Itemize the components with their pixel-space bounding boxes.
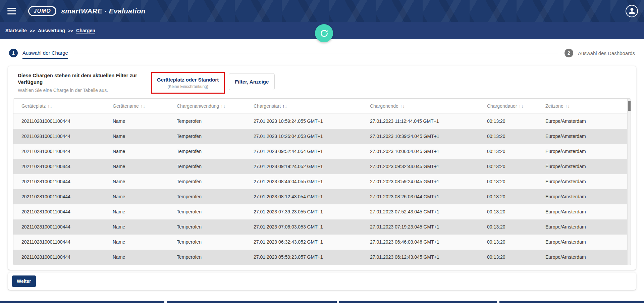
table-cell: Europe/Amsterdam bbox=[537, 118, 631, 124]
sort-desc-icon[interactable]: ↓ bbox=[402, 104, 405, 109]
column-header-chargenende[interactable]: Chargenende↑↓ bbox=[362, 103, 479, 109]
table-cell: 2021102810001100444 bbox=[13, 149, 105, 154]
column-label: Chargenstart bbox=[254, 103, 281, 109]
table-row[interactable]: 2021102810001100444NameTemperofen27.01.2… bbox=[13, 235, 631, 250]
table-cell: 2021102810001100444 bbox=[13, 194, 105, 199]
table-scrollbar[interactable] bbox=[627, 99, 631, 265]
column-header-chargendauer[interactable]: Chargendauer↑↓ bbox=[479, 103, 537, 109]
table-cell: Name bbox=[105, 194, 169, 199]
table-cell: Europe/Amsterdam bbox=[537, 239, 631, 245]
column-header-chargenanwendung[interactable]: Chargenanwendung↑↓ bbox=[169, 103, 246, 109]
column-label: Chargenende bbox=[370, 103, 398, 109]
weiter-button[interactable]: Weiter bbox=[12, 275, 36, 287]
table-cell: Europe/Amsterdam bbox=[537, 254, 631, 260]
breadcrumb-startseite[interactable]: Startseite bbox=[5, 28, 27, 33]
refresh-button[interactable] bbox=[315, 24, 333, 42]
table-cell: Name bbox=[105, 179, 169, 184]
sort-desc-icon[interactable]: ↓ bbox=[50, 104, 53, 109]
bottom-edge-bar bbox=[0, 301, 644, 303]
bottom-bar-segment bbox=[499, 301, 644, 303]
step-1-number: 1 bbox=[9, 49, 18, 57]
table-cell: Temperofen bbox=[169, 239, 246, 245]
table-cell: Europe/Amsterdam bbox=[537, 194, 631, 199]
table-cell: Name bbox=[105, 118, 169, 124]
intro-title: Diese Chargen stehen mit dem aktuellen F… bbox=[18, 72, 147, 86]
stepper-connector bbox=[74, 53, 558, 53]
table-cell: Temperofen bbox=[169, 254, 246, 260]
step-2-auswahl-des-dashboards[interactable]: 2 Auswahl des Dashboards bbox=[565, 49, 635, 57]
column-header-zeitzone[interactable]: Zeitzone↑↓ bbox=[537, 103, 627, 109]
table-cell: 27.01.2023 10:39:24.045 GMT+1 bbox=[362, 134, 479, 139]
table-cell: 27.01.2023 08:26:03.044 GMT+1 bbox=[362, 194, 479, 199]
table-cell: 27.01.2023 07:52:43.045 GMT+1 bbox=[362, 209, 479, 214]
geraeteplatz-button-sublabel: (Keine Einschränkung) bbox=[157, 84, 219, 90]
table-row[interactable]: 2021102810001100444NameTemperofen27.01.2… bbox=[13, 219, 631, 235]
sort-desc-icon[interactable]: ↓ bbox=[223, 104, 226, 109]
table-cell: 2021102810001100444 bbox=[13, 254, 105, 260]
table-scrollbar-thumb[interactable] bbox=[628, 101, 631, 111]
breadcrumb-auswertung[interactable]: Auswertung bbox=[38, 28, 65, 33]
sort-asc-icon[interactable]: ↑ bbox=[221, 104, 223, 109]
app-header: JUMO smartWARE · Evaluation bbox=[0, 0, 644, 22]
table-cell: Temperofen bbox=[169, 118, 246, 124]
table-row[interactable]: 2021102810001100444NameTemperofen27.01.2… bbox=[13, 189, 631, 204]
intro-subtitle: Wählen Sie eine Charge in der Tabelle au… bbox=[18, 88, 147, 93]
table-cell: 00:13:20 bbox=[479, 254, 537, 260]
table-row[interactable]: 2021102810001100444NameTemperofen27.01.2… bbox=[13, 159, 631, 174]
table-cell: 00:13:20 bbox=[479, 224, 537, 230]
bottom-bar-segment bbox=[0, 301, 164, 303]
user-avatar-icon[interactable] bbox=[626, 5, 638, 17]
table-cell: Temperofen bbox=[169, 194, 246, 199]
step-2-label: Auswahl des Dashboards bbox=[578, 50, 635, 56]
step-1-auswahl-der-charge[interactable]: 1 Auswahl der Charge bbox=[9, 48, 68, 59]
table-cell: 27.01.2023 09:19:24.052 GMT+1 bbox=[246, 164, 362, 169]
table-cell: Europe/Amsterdam bbox=[537, 209, 631, 214]
table-cell: 27.01.2023 06:46:03.046 GMT+1 bbox=[362, 239, 479, 245]
breadcrumb-chargen[interactable]: Chargen bbox=[76, 28, 95, 33]
sort-desc-icon[interactable]: ↓ bbox=[568, 104, 570, 109]
bottom-bar-segment bbox=[167, 301, 337, 303]
sort-asc-icon[interactable]: ↑ bbox=[519, 104, 522, 109]
breadcrumb-separator: >> bbox=[68, 28, 73, 33]
column-label: Geräteplatz bbox=[21, 103, 46, 109]
table-cell: Europe/Amsterdam bbox=[537, 149, 631, 154]
menu-icon[interactable] bbox=[7, 8, 16, 14]
table-row[interactable]: 2021102810001100444NameTemperofen27.01.2… bbox=[13, 129, 631, 144]
column-header-geräteplatz[interactable]: Geräteplatz↑↓ bbox=[13, 103, 105, 109]
table-cell: Name bbox=[105, 164, 169, 169]
table-cell: 00:13:20 bbox=[479, 164, 537, 169]
sort-desc-icon[interactable]: ↓ bbox=[521, 104, 524, 109]
table-cell: 27.01.2023 05:59:23.057 GMT+1 bbox=[246, 254, 362, 260]
bottom-bar-segment bbox=[339, 301, 497, 303]
table-cell: 00:13:20 bbox=[479, 134, 537, 139]
table-cell: Name bbox=[105, 134, 169, 139]
stepper: 1 Auswahl der Charge 2 Auswahl des Dashb… bbox=[9, 47, 635, 59]
column-label: Zeitzone bbox=[545, 103, 564, 109]
table-row[interactable]: 2021102810001100444NameTemperofen27.01.2… bbox=[13, 114, 631, 129]
table-cell: 27.01.2023 07:19:23.045 GMT+1 bbox=[362, 224, 479, 230]
column-header-gerätename[interactable]: Gerätename↑↓ bbox=[105, 103, 169, 109]
filter-anzeige-button[interactable]: Filter, Anzeige bbox=[229, 73, 275, 90]
geraeteplatz-oder-standort-button[interactable]: Geräteplatz oder Standort (Keine Einschr… bbox=[151, 72, 225, 94]
intro-text: Diese Chargen stehen mit dem aktuellen F… bbox=[18, 72, 147, 93]
table-row[interactable]: 2021102810001100444NameTemperofen27.01.2… bbox=[13, 174, 631, 189]
table-cell: 00:13:20 bbox=[479, 149, 537, 154]
table-row[interactable]: 2021102810001100444NameTemperofen27.01.2… bbox=[13, 144, 631, 159]
sort-asc-icon[interactable]: ↑ bbox=[47, 104, 50, 109]
table-row[interactable]: 2021102810001100444NameTemperofen27.01.2… bbox=[13, 204, 631, 219]
table-cell: Name bbox=[105, 224, 169, 230]
table-cell: 00:13:20 bbox=[479, 118, 537, 124]
charges-table: Geräteplatz↑↓Gerätename↑↓Chargenanwendun… bbox=[13, 98, 631, 265]
table-cell: Name bbox=[105, 239, 169, 245]
table-cell: Europe/Amsterdam bbox=[537, 164, 631, 169]
table-cell: 2021102810001100444 bbox=[13, 118, 105, 124]
sort-desc-icon[interactable]: ↓ bbox=[143, 104, 146, 109]
sort-desc-icon[interactable]: ↓ bbox=[285, 104, 287, 109]
column-header-chargenstart[interactable]: Chargenstart↑↓ bbox=[246, 103, 362, 109]
table-cell: 27.01.2023 08:46:04.055 GMT+1 bbox=[246, 179, 362, 184]
table-cell: Temperofen bbox=[169, 164, 246, 169]
table-body: 2021102810001100444NameTemperofen27.01.2… bbox=[13, 114, 631, 265]
table-cell: 2021102810001100444 bbox=[13, 179, 105, 184]
table-row[interactable]: 2021102810001100444NameTemperofen27.01.2… bbox=[13, 250, 631, 265]
table-cell: Temperofen bbox=[169, 134, 246, 139]
